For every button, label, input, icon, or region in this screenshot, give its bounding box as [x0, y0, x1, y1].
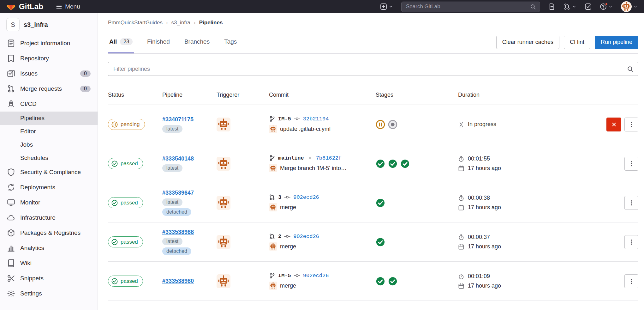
label-latest[interactable]: latest: [162, 164, 182, 172]
triggerer-avatar[interactable]: [217, 157, 230, 171]
filter-search-button[interactable]: [622, 62, 638, 76]
pipeline-link[interactable]: #334071175: [162, 116, 194, 123]
pipeline-link[interactable]: #333538988: [162, 229, 194, 235]
sidebar-item-editor[interactable]: Editor: [0, 125, 98, 138]
triggerer-avatar[interactable]: [217, 196, 230, 210]
sidebar-item-infrastructure[interactable]: Infrastructure: [0, 210, 98, 225]
cancel-pipeline-button[interactable]: [606, 118, 621, 131]
tab-tags[interactable]: Tags: [223, 31, 238, 53]
commit-sha-link[interactable]: 902ecd26: [293, 194, 319, 200]
commit-sha-link[interactable]: 902ecd26: [303, 273, 329, 279]
sidebar-item-cicd[interactable]: CI/CD: [0, 96, 98, 112]
ref-link[interactable]: mainline: [278, 155, 304, 161]
sidebar-item-deployments[interactable]: Deployments: [0, 180, 98, 195]
stage-icon-passed[interactable]: [400, 159, 410, 168]
commit-message-link[interactable]: Merge branch 'IM-5' into…: [280, 165, 347, 172]
commit-sha-link[interactable]: 7b81622f: [316, 155, 342, 161]
stage-icon-passed[interactable]: [376, 198, 385, 208]
stage-icon-pending[interactable]: [376, 120, 385, 129]
global-search-box[interactable]: [401, 2, 540, 12]
sidebar-project-header[interactable]: S s3_infra: [0, 13, 98, 36]
breadcrumb-project-link[interactable]: s3_infra: [171, 20, 190, 26]
new-menu-button[interactable]: [380, 3, 393, 10]
sidebar-item-pipelines[interactable]: Pipelines: [0, 112, 98, 125]
label-latest[interactable]: latest: [162, 198, 182, 206]
commit-author-avatar[interactable]: [269, 125, 277, 133]
sidebar-item-monitor[interactable]: Monitor: [0, 195, 98, 210]
stage-icon-passed[interactable]: [388, 277, 397, 286]
merge-requests-menu-button[interactable]: [564, 3, 576, 10]
status-badge-passed[interactable]: passed: [108, 197, 143, 208]
gitlab-home-link[interactable]: GitLab: [6, 2, 43, 11]
sidebar-item-security-compliance[interactable]: Security & Compliance: [0, 165, 98, 180]
tab-all[interactable]: All 23: [108, 31, 134, 53]
label-detached[interactable]: detached: [162, 208, 191, 216]
sidebar-item-settings[interactable]: Settings: [0, 286, 98, 301]
merge-request-link[interactable]: 3: [278, 194, 281, 200]
ref-link[interactable]: IM-5: [278, 116, 291, 122]
status-badge-pending[interactable]: pending: [108, 119, 145, 130]
pipeline-link[interactable]: #333540148: [162, 155, 194, 162]
calendar-icon: [458, 204, 464, 211]
ci-lint-button[interactable]: CI lint: [564, 36, 590, 49]
sidebar-item-snippets[interactable]: Snippets: [0, 271, 98, 286]
row-actions-menu-button[interactable]: [624, 196, 638, 210]
commit-message-link[interactable]: merge: [280, 204, 296, 211]
row-actions-menu-button[interactable]: [624, 157, 638, 171]
menu-button[interactable]: Menu: [54, 3, 82, 10]
stage-icon-passed[interactable]: [376, 237, 385, 247]
stage-icon-passed[interactable]: [376, 277, 385, 286]
status-badge-passed[interactable]: passed: [108, 276, 143, 287]
commit-author-avatar[interactable]: [269, 164, 277, 172]
stage-icon-created[interactable]: [388, 120, 397, 129]
label-latest[interactable]: latest: [162, 238, 182, 245]
triggerer-avatar[interactable]: [217, 118, 230, 131]
row-actions-menu-button[interactable]: [624, 274, 638, 288]
help-menu-button[interactable]: [600, 3, 613, 10]
row-actions-menu-button[interactable]: [624, 235, 638, 249]
filter-pipelines-input[interactable]: [108, 62, 622, 76]
label-latest[interactable]: latest: [162, 125, 182, 133]
sidebar-item-repository[interactable]: Repository: [0, 51, 98, 66]
clear-runner-caches-button[interactable]: Clear runner caches: [496, 36, 559, 49]
sidebar-item-schedules[interactable]: Schedules: [0, 151, 98, 165]
label-detached[interactable]: detached: [162, 247, 191, 255]
status-badge-passed[interactable]: passed: [108, 158, 143, 169]
stage-icon-passed[interactable]: [388, 159, 397, 168]
commit-message-link[interactable]: merge: [280, 283, 296, 289]
row-actions-menu-button[interactable]: [624, 118, 638, 131]
pipeline-link[interactable]: #333539647: [162, 190, 194, 196]
commit-sha-link[interactable]: 902ecd26: [293, 234, 319, 240]
sidebar-item-packages-registries[interactable]: Packages & Registries: [0, 225, 98, 240]
triggerer-avatar[interactable]: [217, 274, 230, 288]
user-menu-button[interactable]: [621, 1, 638, 12]
project-sidebar: S s3_infra Project information Repositor…: [0, 13, 98, 310]
commit-sha-link[interactable]: 32b21194: [303, 116, 329, 122]
pipeline-link[interactable]: #333538980: [162, 278, 194, 284]
commit-author-avatar[interactable]: [269, 282, 277, 290]
calendar-icon: [458, 165, 464, 172]
issues-shortcut-button[interactable]: [548, 3, 555, 10]
sidebar-item-jobs[interactable]: Jobs: [0, 138, 98, 151]
sidebar-item-analytics[interactable]: Analytics: [0, 240, 98, 256]
triggerer-avatar[interactable]: [217, 235, 230, 249]
todos-button[interactable]: [585, 3, 592, 10]
sidebar-item-project-information[interactable]: Project information: [0, 36, 98, 51]
commit-message-link[interactable]: merge: [280, 243, 296, 250]
commit-author-avatar[interactable]: [269, 242, 277, 251]
tab-finished[interactable]: Finished: [146, 31, 171, 53]
commit-author-avatar[interactable]: [269, 203, 277, 211]
search-input[interactable]: [405, 3, 528, 10]
bot-avatar-icon: [269, 282, 277, 290]
run-pipeline-button[interactable]: Run pipeline: [595, 36, 638, 49]
sidebar-item-merge-requests[interactable]: Merge requests 0: [0, 81, 98, 96]
sidebar-item-issues[interactable]: Issues 0: [0, 66, 98, 81]
status-badge-passed[interactable]: passed: [108, 236, 143, 247]
stage-icon-passed[interactable]: [376, 159, 385, 168]
tab-branches[interactable]: Branches: [183, 31, 211, 53]
breadcrumb-group-link[interactable]: PmmQuickStartGuides: [108, 20, 163, 26]
merge-request-link[interactable]: 2: [278, 234, 281, 240]
sidebar-item-wiki[interactable]: Wiki: [0, 256, 98, 271]
commit-message-link[interactable]: update .gitlab-ci.yml: [280, 126, 331, 132]
ref-link[interactable]: IM-5: [278, 273, 291, 279]
